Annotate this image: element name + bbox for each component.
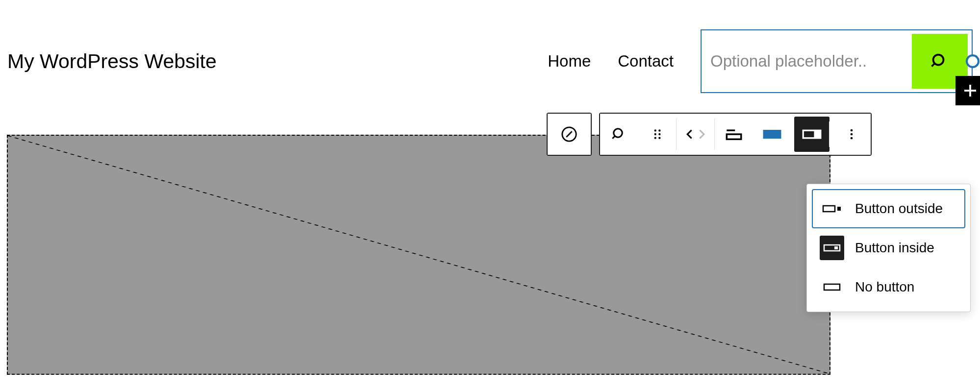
svg-point-11: [654, 133, 656, 135]
nav-link-contact[interactable]: Contact: [618, 52, 674, 71]
resize-handle[interactable]: [966, 54, 980, 68]
search-block[interactable]: [701, 29, 973, 93]
layout-inside-icon: [802, 128, 822, 141]
button-layout-dropdown: Button outside Button inside No button: [806, 184, 971, 312]
site-title[interactable]: My WordPress Website: [7, 50, 217, 73]
search-icon: [931, 52, 949, 70]
label-position-button[interactable]: [715, 114, 753, 155]
button-layout-button[interactable]: [794, 117, 829, 152]
compass-icon: [561, 126, 578, 143]
layout-top-icon: [726, 127, 742, 142]
more-vertical-icon: [846, 127, 857, 142]
svg-point-23: [851, 137, 853, 140]
svg-rect-24: [823, 206, 835, 212]
svg-point-21: [851, 129, 853, 132]
svg-point-7: [614, 129, 623, 138]
svg-line-1: [932, 64, 935, 67]
plus-icon: [961, 82, 979, 99]
dropdown-option-label: Button outside: [855, 201, 943, 217]
svg-point-10: [658, 129, 660, 131]
svg-point-14: [658, 137, 660, 139]
drag-handle-button[interactable]: [638, 114, 677, 155]
button-outside-icon: [822, 203, 842, 215]
search-icon: [612, 127, 627, 142]
svg-point-13: [654, 137, 656, 139]
dropdown-option-no-button[interactable]: No button: [812, 267, 965, 307]
button-inside-icon: [822, 242, 842, 254]
drag-handle-icon: [651, 128, 664, 141]
toolbar-group-explore: [547, 113, 592, 156]
button-style-button[interactable]: [753, 114, 791, 155]
svg-rect-27: [834, 246, 838, 249]
search-input[interactable]: [710, 52, 912, 71]
svg-point-0: [933, 55, 944, 65]
add-block-button[interactable]: [955, 76, 980, 105]
svg-rect-18: [775, 133, 778, 136]
dropdown-option-button-inside[interactable]: Button inside: [812, 228, 965, 267]
primary-nav: Home Contact: [548, 29, 973, 93]
svg-point-9: [654, 129, 656, 131]
svg-rect-16: [727, 134, 741, 139]
site-header: My WordPress Website Home Contact: [0, 0, 980, 93]
toolbar-group-main: [599, 113, 872, 156]
chevrons-icon: [685, 127, 706, 142]
nav-link-home[interactable]: Home: [548, 52, 591, 71]
svg-rect-25: [837, 207, 841, 211]
svg-point-12: [658, 133, 660, 135]
select-search-block-button[interactable]: [600, 114, 638, 155]
dropdown-option-label: Button inside: [855, 240, 934, 256]
move-block-button[interactable]: [677, 114, 715, 155]
layout-button-icon: [763, 128, 781, 140]
svg-line-8: [612, 136, 615, 139]
dropdown-option-label: No button: [855, 279, 914, 295]
dropdown-option-button-outside[interactable]: Button outside: [812, 189, 965, 228]
image-placeholder-block[interactable]: [7, 135, 830, 375]
svg-line-6: [566, 131, 572, 137]
svg-rect-28: [824, 284, 840, 290]
svg-line-4: [8, 136, 829, 374]
no-button-icon: [822, 281, 842, 293]
svg-rect-20: [814, 130, 820, 138]
svg-point-22: [851, 133, 853, 136]
more-options-button[interactable]: [832, 114, 871, 155]
explore-button[interactable]: [548, 114, 591, 155]
block-toolbar: [547, 113, 872, 156]
